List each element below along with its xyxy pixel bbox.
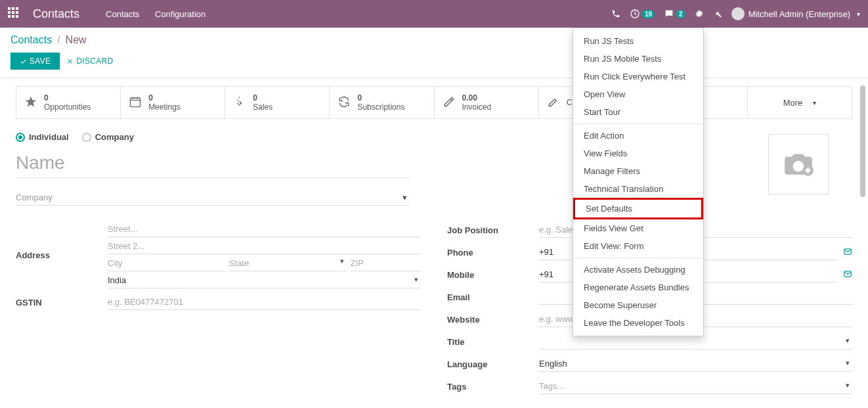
messages-badge: 2 — [676, 10, 685, 18]
apps-icon[interactable] — [8, 7, 21, 20]
street-input[interactable] — [108, 221, 421, 237]
caret-down-icon: ▾ — [857, 11, 860, 18]
dev-start-tour[interactable]: Start Tour — [573, 103, 703, 121]
camera-icon — [782, 147, 815, 182]
nav-configuration[interactable]: Configuration — [155, 9, 206, 19]
stat-invoiced[interactable]: 0.00Invoiced — [435, 87, 539, 118]
svg-rect-1 — [131, 98, 141, 106]
dev-regenerate-assets[interactable]: Regenerate Assets Bundles — [573, 279, 703, 296]
dev-edit-action[interactable]: Edit Action — [573, 127, 703, 145]
calendar-icon — [129, 95, 142, 110]
image-upload[interactable] — [768, 134, 829, 194]
left-column: Address GSTIN — [16, 221, 421, 400]
label-address: Address — [16, 250, 108, 260]
dev-manage-filters[interactable]: Manage Filters — [573, 162, 703, 180]
avatar-icon — [731, 7, 745, 20]
dollar-icon — [233, 95, 246, 110]
save-label: SAVE — [30, 57, 51, 66]
topbar-right: 19 2 Mitchell Admin (Enterprise) ▾ — [611, 7, 860, 20]
radio-dot-icon — [16, 133, 25, 142]
action-row: SAVE DISCARD — [0, 50, 868, 78]
developer-tools-menu: Run JS Tests Run JS Mobile Tests Run Cli… — [573, 28, 704, 336]
discard-label: DISCARD — [76, 57, 113, 66]
label-gstin: GSTIN — [16, 298, 108, 307]
user-name: Mitchell Admin (Enterprise) — [749, 9, 850, 19]
dev-technical-translation[interactable]: Technical Translation — [573, 180, 703, 198]
label-mobile: Mobile — [447, 270, 539, 280]
label-language: Language — [447, 359, 539, 369]
tags-input[interactable] — [539, 378, 852, 394]
stat-opportunities[interactable]: 0Opportunities — [16, 87, 121, 118]
star-icon — [24, 95, 37, 110]
menu-separator — [573, 124, 703, 124]
state-input[interactable] — [229, 256, 347, 271]
stat-subscriptions[interactable]: 0Subscriptions — [330, 87, 434, 118]
discard-button[interactable]: DISCARD — [66, 57, 113, 66]
topbar: Contacts Contacts Configuration 19 2 Mit… — [0, 0, 868, 28]
dev-run-js-tests[interactable]: Run JS Tests — [573, 32, 703, 50]
city-input[interactable] — [108, 256, 225, 271]
label-phone: Phone — [447, 248, 539, 258]
dev-run-click-everywhere[interactable]: Run Click Everywhere Test — [573, 68, 703, 85]
dev-activate-assets-debug[interactable]: Activate Assets Debugging — [573, 261, 703, 279]
pencil-icon — [443, 95, 456, 110]
user-menu[interactable]: Mitchell Admin (Enterprise) ▾ — [731, 7, 860, 20]
messages-icon[interactable]: 2 — [664, 9, 685, 19]
dev-become-superuser[interactable]: Become Superuser — [573, 296, 703, 314]
stat-buttons: 0Opportunities 0Meetings 0Sales 0Subscri… — [16, 86, 852, 119]
tools-icon[interactable] — [713, 9, 722, 18]
street2-input[interactable] — [108, 238, 421, 254]
activities-badge: 19 — [642, 10, 655, 18]
label-email: Email — [447, 292, 539, 302]
name-input[interactable] — [16, 148, 410, 178]
form-sheet: Individual Company Company Address — [0, 119, 868, 407]
refresh-icon — [337, 95, 351, 110]
menu-separator — [573, 258, 703, 258]
radio-company[interactable]: Company — [82, 132, 134, 142]
stat-meetings[interactable]: 0Meetings — [121, 87, 225, 118]
save-button[interactable]: SAVE — [11, 53, 60, 70]
breadcrumb-root[interactable]: Contacts — [11, 34, 52, 46]
dev-view-fields[interactable]: View Fields — [573, 145, 703, 162]
sms-icon[interactable] — [843, 269, 852, 281]
app-title: Contacts — [33, 7, 79, 21]
dev-run-js-mobile[interactable]: Run JS Mobile Tests — [573, 50, 703, 68]
country-select[interactable] — [108, 273, 421, 288]
stat-sales[interactable]: 0Sales — [225, 87, 330, 118]
scrollbar[interactable] — [860, 85, 865, 197]
dev-open-view[interactable]: Open View — [573, 85, 703, 103]
label-title: Title — [447, 337, 539, 347]
language-select[interactable] — [539, 356, 852, 372]
phone-icon[interactable] — [611, 9, 620, 18]
dev-set-defaults[interactable]: Set Defaults — [573, 198, 703, 219]
dev-edit-view-form[interactable]: Edit View: Form — [573, 237, 703, 255]
breadcrumb-sep: / — [57, 34, 60, 46]
nav-contacts[interactable]: Contacts — [106, 9, 139, 19]
zip-input[interactable] — [351, 256, 421, 271]
breadcrumb: Contacts / New — [0, 28, 868, 50]
dev-fields-view-get[interactable]: Fields View Get — [573, 219, 703, 237]
form-columns: Address GSTIN Job P — [16, 221, 852, 400]
company-select[interactable]: Company — [16, 190, 410, 206]
radio-dot-icon — [82, 133, 91, 142]
stat-more[interactable]: More ▾ — [748, 87, 852, 118]
radio-individual[interactable]: Individual — [16, 132, 69, 142]
activities-icon[interactable]: 19 — [630, 9, 655, 19]
contact-type-radio: Individual Company — [16, 132, 852, 142]
caret-down-icon: ▾ — [813, 99, 816, 106]
dev-leave-tools[interactable]: Leave the Developer Tools — [573, 314, 703, 332]
label-tags: Tags — [447, 382, 539, 392]
gstin-input[interactable] — [108, 294, 421, 310]
label-website: Website — [447, 315, 539, 325]
edit-icon — [547, 95, 560, 110]
bug-icon[interactable] — [695, 9, 704, 18]
name-row: Company — [16, 148, 852, 206]
sms-icon[interactable] — [843, 247, 852, 258]
nav-links: Contacts Configuration — [106, 9, 219, 19]
breadcrumb-current: New — [66, 34, 87, 46]
label-job-position: Job Position — [447, 225, 539, 235]
